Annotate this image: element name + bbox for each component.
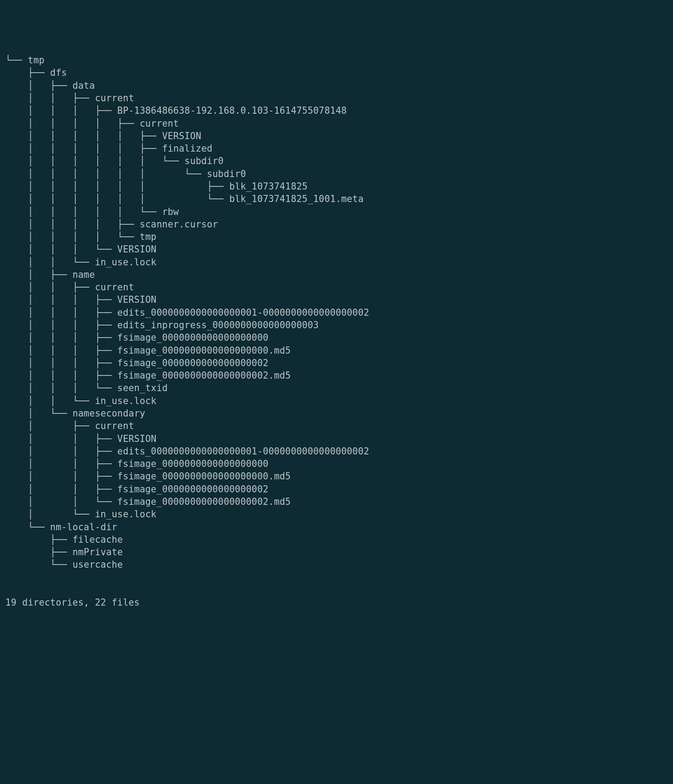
tree-line: │ │ ├── current <box>5 281 668 293</box>
tree-line: │ │ │ └── VERSION <box>5 243 668 256</box>
tree-line: ├── filecache <box>5 533 668 546</box>
tree-line: │ │ │ │ ├── scanner.cursor <box>5 218 668 231</box>
tree-line: │ ├── name <box>5 268 668 281</box>
tree-line: │ ├── current <box>5 420 668 432</box>
tree-line: │ │ ├── fsimage_0000000000000000002 <box>5 483 668 495</box>
tree-line: │ │ │ ├── edits_inprogress_0000000000000… <box>5 319 668 331</box>
tree-line: └── tmp <box>5 54 668 66</box>
tree-line: │ │ ├── current <box>5 92 668 104</box>
tree-line: │ │ │ │ └── tmp <box>5 231 668 243</box>
tree-line: ├── dfs <box>5 66 668 79</box>
tree-line: │ │ │ ├── BP-1386486638-192.168.0.103-16… <box>5 104 668 117</box>
tree-line: │ ├── data <box>5 79 668 92</box>
tree-line: │ │ │ │ │ ├── finalized <box>5 142 668 155</box>
tree-line: │ │ │ │ │ ├── VERSION <box>5 130 668 142</box>
tree-line: │ │ ├── VERSION <box>5 433 668 445</box>
tree-line: │ │ └── in_use.lock <box>5 256 668 268</box>
tree-line: │ │ └── in_use.lock <box>5 395 668 407</box>
tree-line: │ └── namesecondary <box>5 407 668 420</box>
tree-line: │ │ │ ├── fsimage_0000000000000000002.md… <box>5 369 668 382</box>
tree-line: │ │ │ ├── VERSION <box>5 293 668 306</box>
tree-line: │ │ ├── fsimage_0000000000000000000 <box>5 458 668 470</box>
tree-line: │ │ ├── fsimage_0000000000000000000.md5 <box>5 470 668 483</box>
tree-line: │ │ ├── edits_0000000000000000001-000000… <box>5 445 668 458</box>
tree-line: │ │ │ │ │ │ └── subdir0 <box>5 168 668 180</box>
tree-line: │ │ │ ├── fsimage_0000000000000000000.md… <box>5 344 668 357</box>
tree-line: └── nm-local-dir <box>5 521 668 533</box>
tree-line: │ └── in_use.lock <box>5 508 668 520</box>
tree-line: │ │ │ ├── fsimage_0000000000000000002 <box>5 357 668 369</box>
tree-line: │ │ │ │ │ └── rbw <box>5 206 668 218</box>
tree-line: │ │ │ │ ├── current <box>5 117 668 130</box>
tree-line: │ │ │ │ │ │ └── subdir0 <box>5 155 668 167</box>
tree-line: │ │ │ ├── edits_0000000000000000001-0000… <box>5 306 668 319</box>
tree-line: │ │ │ │ │ │ └── blk_1073741825_1001.meta <box>5 193 668 205</box>
tree-line: │ │ │ └── seen_txid <box>5 382 668 394</box>
tree-line: │ │ │ │ │ │ ├── blk_1073741825 <box>5 180 668 193</box>
tree-line: └── usercache <box>5 558 668 571</box>
tree-line: │ │ │ ├── fsimage_0000000000000000000 <box>5 331 668 344</box>
tree-line: ├── nmPrivate <box>5 546 668 558</box>
tree-summary: 19 directories, 22 files <box>5 596 668 609</box>
tree-output: └── tmp ├── dfs │ ├── data │ │ ├── curre… <box>5 54 668 571</box>
tree-line: │ │ └── fsimage_0000000000000000002.md5 <box>5 495 668 508</box>
